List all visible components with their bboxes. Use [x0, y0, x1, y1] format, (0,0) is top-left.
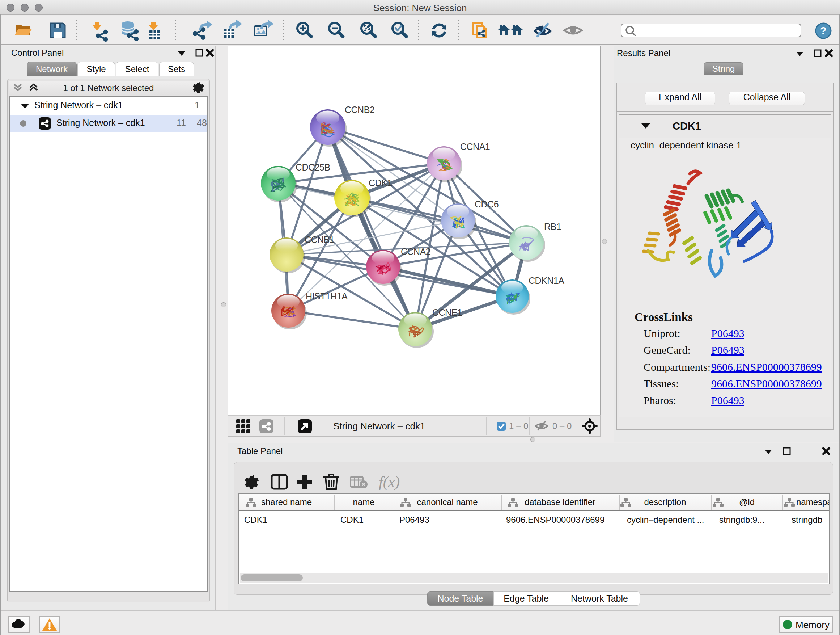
svg-text:0 – 0: 0 – 0 [553, 421, 572, 431]
svg-text:CCNE1: CCNE1 [432, 307, 462, 318]
svg-text:f(x): f(x) [379, 473, 400, 491]
svg-text:?: ? [820, 25, 827, 36]
svg-text:CDKN1A: CDKN1A [529, 276, 564, 286]
svg-text:CCNA1: CCNA1 [460, 141, 490, 152]
svg-text:CDK1: CDK1 [369, 178, 392, 188]
svg-text:CCNB2: CCNB2 [345, 105, 374, 115]
svg-text:Memory: Memory [796, 619, 829, 630]
svg-text:CCNB1: CCNB1 [305, 234, 334, 245]
svg-text:CCNA2: CCNA2 [401, 247, 431, 257]
svg-text:CDC6: CDC6 [475, 199, 499, 209]
svg-text:String Network – cdk1: String Network – cdk1 [333, 421, 425, 432]
svg-text:CDC25B: CDC25B [295, 162, 330, 172]
svg-text:1 – 0: 1 – 0 [509, 421, 528, 431]
svg-text:RB1: RB1 [544, 222, 561, 232]
svg-text:HIST1H1A: HIST1H1A [306, 291, 347, 301]
